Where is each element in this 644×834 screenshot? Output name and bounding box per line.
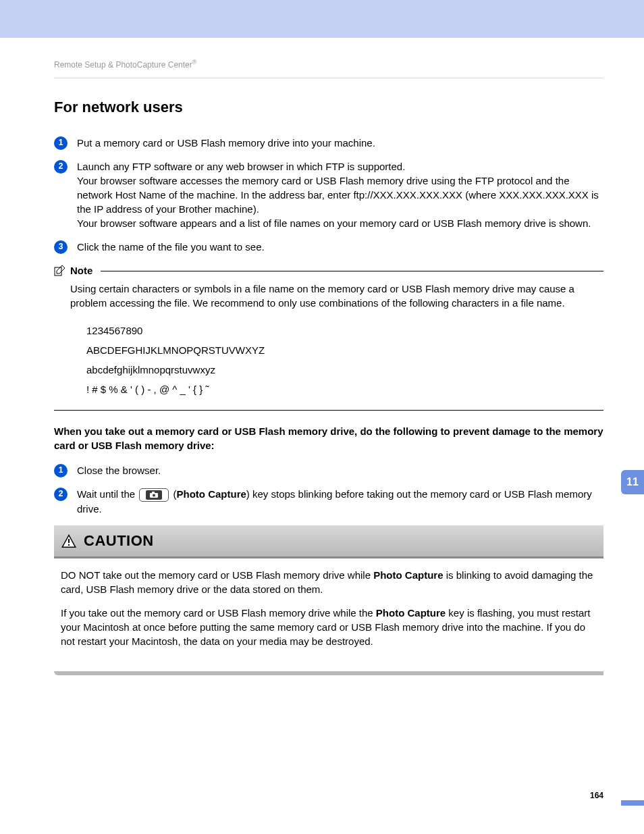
svg-point-3 [153, 494, 155, 496]
breadcrumb-text: Remote Setup & PhotoCapture Center [54, 60, 192, 70]
step-number-badge: 3 [54, 240, 68, 254]
note-rule [101, 271, 603, 271]
step-row: 2 Launch any FTP software or any web bro… [54, 159, 603, 230]
char-line: 1234567890 [86, 323, 603, 338]
step-row: 1 Close the browser. [54, 463, 603, 477]
note-char-list: 1234567890 ABCDEFGHIJKLMNOPQRSTUVWXYZ ab… [54, 323, 603, 396]
caution-footer-bar [54, 671, 603, 675]
note-header: Note [54, 263, 603, 278]
key-name: Photo Capture [373, 569, 443, 581]
char-line: ABCDEFGHIJKLMNOPQRSTUVWXYZ [86, 343, 603, 357]
warning-triangle-icon [61, 533, 77, 548]
page-number: 164 [590, 790, 603, 802]
caution-header: CAUTION [54, 525, 603, 559]
svg-rect-2 [152, 492, 155, 494]
step-text: Close the browser. [77, 463, 603, 477]
page-title: For network users [54, 97, 603, 118]
key-name: Photo Capture [376, 607, 446, 619]
chapter-tab: 11 [621, 470, 644, 494]
breadcrumb: Remote Setup & PhotoCapture Center® [54, 58, 603, 71]
step-row: 1 Put a memory card or USB Flash memory … [54, 136, 603, 150]
step-text: Click the name of the file you want to s… [77, 240, 603, 254]
key-name: Photo Capture [177, 488, 246, 500]
photo-capture-key-icon [139, 488, 169, 502]
caution-paragraph: If you take out the memory card or USB F… [61, 606, 597, 648]
svg-rect-0 [55, 267, 61, 276]
page-content: Remote Setup & PhotoCapture Center® For … [0, 38, 644, 675]
step-number-badge: 2 [54, 488, 68, 501]
caution-label: CAUTION [84, 531, 154, 552]
step-text: Put a memory card or USB Flash memory dr… [77, 136, 603, 150]
note-end-rule [54, 410, 603, 411]
caution-body: DO NOT take out the memory card or USB F… [54, 558, 603, 671]
caution-paragraph: DO NOT take out the memory card or USB F… [61, 568, 597, 596]
step-number-badge: 1 [54, 136, 68, 150]
step-row: 2 Wait until the (Photo Capture) key sto… [54, 487, 603, 516]
char-line: abcdefghijklmnopqrstuvwxyz [86, 363, 603, 377]
svg-rect-5 [68, 544, 70, 546]
divider [54, 78, 603, 78]
bold-instruction: When you take out a memory card or USB F… [54, 424, 603, 452]
step-number-badge: 2 [54, 160, 68, 174]
top-banner [0, 0, 644, 38]
note-block: Note Using certain characters or symbols… [54, 263, 603, 411]
char-line: ! # $ % & ' ( ) - , @ ^ _ ' { } ˜ [86, 382, 603, 396]
step-text: Launch any FTP software or any web brows… [77, 159, 603, 230]
step-number-badge: 1 [54, 464, 68, 477]
step-text: Wait until the (Photo Capture) key stops… [77, 487, 603, 516]
step-row: 3 Click the name of the file you want to… [54, 240, 603, 254]
note-pencil-icon [54, 264, 66, 276]
registered-mark: ® [192, 59, 197, 66]
page-number-accent [621, 800, 644, 806]
text-fragment: Wait until the [77, 488, 138, 500]
text-fragment: ( [170, 488, 176, 500]
note-body: Using certain characters or symbols in a… [54, 282, 603, 310]
text-fragment: If you take out the memory card or USB F… [61, 607, 376, 619]
svg-rect-4 [68, 539, 70, 543]
note-label: Note [70, 263, 92, 278]
text-fragment: DO NOT take out the memory card or USB F… [61, 569, 373, 581]
